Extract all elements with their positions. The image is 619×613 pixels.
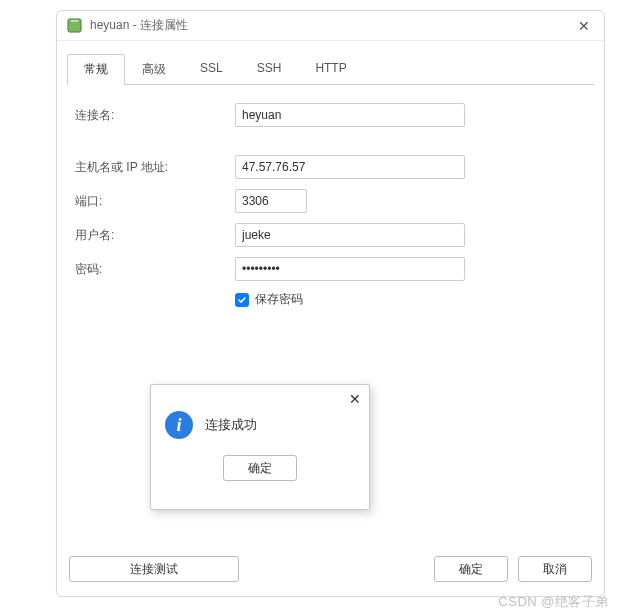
pass-label: 密码: <box>75 261 235 278</box>
modal-message: 连接成功 <box>205 416 257 434</box>
tab-advanced[interactable]: 高级 <box>125 54 183 85</box>
pass-input[interactable] <box>235 257 465 281</box>
tab-http[interactable]: HTTP <box>298 54 363 85</box>
footer: 连接测试 确定 取消 <box>57 546 604 596</box>
success-modal: ✕ i 连接成功 确定 <box>150 384 370 510</box>
user-label: 用户名: <box>75 227 235 244</box>
host-input[interactable] <box>235 155 465 179</box>
save-password-label: 保存密码 <box>255 291 303 308</box>
close-icon[interactable]: ✕ <box>574 18 594 34</box>
cancel-button[interactable]: 取消 <box>518 556 592 582</box>
info-icon: i <box>165 411 193 439</box>
conn-name-label: 连接名: <box>75 107 235 124</box>
form: 连接名: 主机名或 IP 地址: 端口: 用户名: 密码: 保存密码 <box>57 85 604 308</box>
test-connection-button[interactable]: 连接测试 <box>69 556 239 582</box>
ok-button[interactable]: 确定 <box>434 556 508 582</box>
user-input[interactable] <box>235 223 465 247</box>
tab-general[interactable]: 常规 <box>67 54 125 85</box>
close-icon[interactable]: ✕ <box>349 391 361 407</box>
app-icon <box>67 18 82 33</box>
window-title: heyuan - 连接属性 <box>90 17 188 34</box>
host-label: 主机名或 IP 地址: <box>75 159 235 176</box>
tabs: 常规 高级 SSL SSH HTTP <box>57 41 604 84</box>
port-input[interactable] <box>235 189 307 213</box>
tab-ssh[interactable]: SSH <box>240 54 299 85</box>
watermark: CSDN @绝客子弟 <box>498 593 609 611</box>
titlebar: heyuan - 连接属性 ✕ <box>57 11 604 41</box>
modal-ok-button[interactable]: 确定 <box>223 455 297 481</box>
tab-ssl[interactable]: SSL <box>183 54 240 85</box>
svg-rect-1 <box>71 20 79 22</box>
save-password-checkbox[interactable] <box>235 293 249 307</box>
port-label: 端口: <box>75 193 235 210</box>
conn-name-input[interactable] <box>235 103 465 127</box>
